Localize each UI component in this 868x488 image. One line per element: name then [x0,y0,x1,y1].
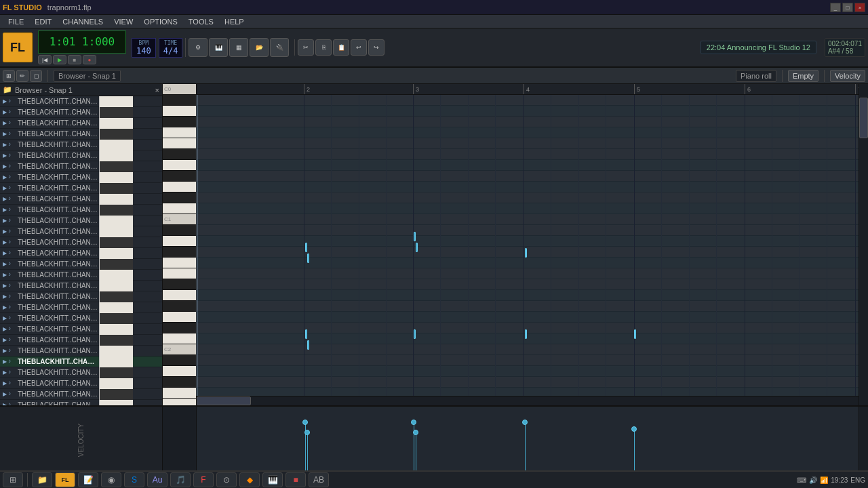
piano-key[interactable] [163,366,196,377]
track-row[interactable]: ▶♪THEBLACKHITT..CHANTS (36) [0,324,162,335]
piano-key[interactable] [163,127,196,138]
piano-key[interactable] [163,236,196,247]
track-piano-key[interactable] [99,302,133,313]
piano-key[interactable] [163,355,196,366]
browser-close-icon[interactable]: × [155,86,159,94]
mixer-button[interactable]: ⚙ [189,38,208,57]
piano-key[interactable]: C1 [163,214,196,225]
rewind-button[interactable]: |◀ [38,55,52,64]
track-piano-key[interactable] [99,205,133,216]
piano-key[interactable] [163,149,196,160]
midi-note[interactable] [525,248,527,258]
grid-area[interactable]: 234567 [197,84,859,405]
piano-key[interactable] [163,377,196,388]
app5-button[interactable]: ◆ [239,472,260,487]
track-piano-key[interactable] [99,129,133,140]
track-row[interactable]: ▶♪THEBLACKHITT..CHANTS (25) [0,205,162,216]
velocity-dot[interactable] [413,430,418,435]
menu-channels[interactable]: CHANNELS [57,16,108,27]
cut-button[interactable]: ✂ [298,39,314,56]
track-row[interactable]: ▶♪THEBLACKHITT..CHANTS (33) [0,291,162,302]
piano-key[interactable] [163,258,196,268]
track-row[interactable]: ▶♪THEBLACKHITT..CHANTS (38) [0,346,162,357]
track-row[interactable]: ▶♪THEBLACKHITT..CHANTS (19) [0,140,162,150]
track-row[interactable]: ▶♪THEBLACKHITT..CHANTS (31) [0,270,162,281]
play-button[interactable]: ▶ [53,55,66,64]
piano-key[interactable] [163,182,196,192]
app6-button[interactable]: 🎹 [262,472,283,487]
track-row[interactable]: ▶♪THEBLACKHITT..CHANTS (21) [0,161,162,172]
piano-key[interactable] [163,247,196,258]
velocity-dropdown[interactable]: Velocity [830,70,865,82]
track-piano-key[interactable] [99,346,133,357]
track-piano-key[interactable] [99,150,133,161]
piano-key[interactable]: C0 [163,84,196,95]
track-piano-key[interactable] [99,226,133,237]
horizontal-scrollbar[interactable] [197,396,859,405]
track-row[interactable]: ▶♪THEBLACKHITT..CHANTS (41) [0,378,162,389]
browser-button[interactable]: 📂 [250,38,269,57]
minimize-button[interactable]: _ [830,3,841,12]
flstudio-taskbar-button[interactable]: FL [55,472,75,487]
draw-button[interactable]: ✏ [16,70,28,82]
midi-note[interactable] [525,329,527,339]
midi-note[interactable] [305,329,307,339]
track-row[interactable]: ▶♪THEBLACKHITT..CHANTS (40) [0,367,162,378]
track-piano-key[interactable] [99,400,133,406]
erase-button[interactable]: ◻ [30,70,42,82]
midi-note[interactable] [414,329,416,339]
track-piano-key[interactable] [99,96,133,107]
track-piano-key[interactable] [99,194,133,205]
track-piano-key[interactable] [99,118,133,129]
record-button[interactable]: ● [83,55,96,64]
velocity-dot[interactable] [631,426,637,432]
audition-button[interactable]: Au [147,472,167,487]
menu-view[interactable]: VIEW [108,16,138,27]
notepad-button[interactable]: 📝 [78,472,98,487]
track-piano-key[interactable] [99,324,133,335]
vertical-scrollbar[interactable] [859,84,868,405]
piano-key[interactable] [163,160,196,171]
menu-options[interactable]: OPTIONS [138,16,183,27]
midi-note[interactable] [307,253,309,263]
track-piano-key[interactable] [99,291,133,302]
track-row[interactable]: ▶♪THEBLACKHITT..CHANTS (27) [0,226,162,237]
piano-key[interactable] [163,192,196,203]
track-row[interactable]: ▶♪THEBLACKHITT..CHANTS (39) [0,357,162,367]
track-row[interactable]: ▶♪THEBLACKHITT..CHANTS (26) [0,216,162,226]
track-piano-key[interactable] [99,161,133,172]
window-controls[interactable]: _ □ × [830,3,865,12]
track-row[interactable]: ▶♪THEBLACKHITT..CHANTS (30) [0,259,162,270]
track-piano-key[interactable] [99,389,133,400]
midi-note[interactable] [305,243,307,252]
piano-roll-button[interactable]: 🎹 [209,38,228,57]
track-piano-key[interactable] [99,281,133,291]
track-row[interactable]: ▶♪THEBLACKHITT..CHANTS (37) [0,335,162,346]
midi-note[interactable] [307,340,309,350]
track-row[interactable]: ▶♪THEBLACKHITT..CHANTS (22) [0,172,162,183]
track-piano-key[interactable] [99,357,133,367]
track-row[interactable]: ▶♪THEBLACKHITT..CHANTS (20) [0,150,162,161]
copy-button[interactable]: ⎘ [315,39,332,56]
midi-note[interactable] [634,329,636,339]
menu-help[interactable]: HELP [219,16,250,27]
bpm-display[interactable]: BPM 140 [132,38,156,58]
menu-file[interactable]: FILE [3,16,29,27]
velocity-dot[interactable] [304,430,310,435]
network-icon[interactable]: 📶 [820,476,828,484]
track-row[interactable]: ▶♪THEBLACKHITT..CHANTS (29) [0,248,162,259]
track-row[interactable]: ▶♪THEBLACKHITT..CHANTS (17) [0,118,162,129]
track-piano-key[interactable] [99,172,133,183]
track-row[interactable]: ▶♪THEBLACKHITT..CHANTS (34) [0,302,162,313]
piano-key[interactable] [163,203,196,214]
plugin2-button[interactable]: 🎵 [170,472,191,487]
grid-body[interactable] [197,95,859,396]
track-piano-key[interactable] [99,335,133,346]
volume-icon[interactable]: 🔊 [809,476,817,484]
track-piano-key[interactable] [99,107,133,118]
track-piano-key[interactable] [99,367,133,378]
explorer-button[interactable]: 📁 [32,472,52,487]
velocity-scrollbar[interactable] [859,407,868,473]
track-piano-key[interactable] [99,183,133,194]
track-row[interactable]: ▶♪THEBLACKHITT..CHANTS (35) [0,313,162,324]
